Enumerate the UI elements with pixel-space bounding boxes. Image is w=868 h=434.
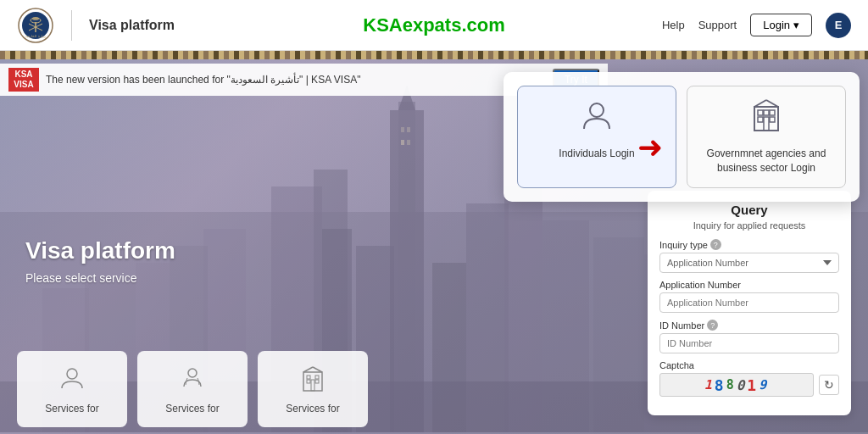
service-card-2[interactable]: Services for <box>258 351 368 427</box>
inquiry-type-group: Inquiry type ? Application Number <box>659 239 839 273</box>
svg-rect-48 <box>311 380 314 391</box>
query-panel: Query Inquiry for applied requests Inqui… <box>648 191 851 415</box>
hero-title: Visa platform <box>25 237 175 264</box>
captcha-refresh-button[interactable]: ↻ <box>819 375 839 395</box>
building-service-icon <box>299 364 326 398</box>
id-help-icon[interactable]: ? <box>707 320 718 331</box>
svg-rect-39 <box>770 110 775 115</box>
query-title: Query <box>659 203 839 217</box>
individuals-login-label: Individuals Login <box>559 147 634 161</box>
svg-rect-22 <box>401 140 404 145</box>
captcha-group: Captcha 1 8 8 0 1 9 ↻ <box>659 360 839 397</box>
chevron-down-icon: ▾ <box>793 19 799 31</box>
person-icon <box>580 98 614 140</box>
id-number-label: ID Number ? <box>659 320 839 331</box>
nav-right: Help Support Login ▾ E <box>662 13 851 38</box>
announcement-text: The new version has been launched for "ت… <box>46 74 546 86</box>
service-card-0[interactable]: Services for <box>17 351 127 427</box>
support-link[interactable]: Support <box>698 19 737 31</box>
svg-rect-36 <box>770 117 775 122</box>
building-icon <box>749 98 783 140</box>
svg-rect-23 <box>407 140 410 145</box>
svg-rect-47 <box>315 380 319 383</box>
captcha-row: 1 8 8 0 1 9 ↻ <box>659 373 839 397</box>
service-card-label-0: Services for <box>45 403 98 415</box>
inquiry-type-select[interactable]: Application Number <box>659 253 839 273</box>
svg-line-42 <box>766 100 778 107</box>
app-number-label: Application Number <box>659 280 839 290</box>
help-link[interactable]: Help <box>662 19 685 31</box>
svg-rect-50 <box>315 376 319 379</box>
service-card-1[interactable]: Services for <box>137 351 248 427</box>
svg-rect-38 <box>758 110 763 115</box>
government-login-option[interactable]: Governmnet agencies and business sector … <box>687 86 846 188</box>
platform-title: Visa platform <box>89 18 175 33</box>
svg-point-33 <box>590 103 604 117</box>
svg-rect-49 <box>307 376 310 379</box>
ksa-visa-badge: KSA VISA <box>8 68 39 92</box>
header: وزارة الخارجية Visa platform KSAexpats.c… <box>0 0 868 51</box>
user-avatar[interactable]: E <box>826 13 851 38</box>
inquiry-help-icon[interactable]: ? <box>710 239 721 250</box>
svg-rect-21 <box>407 127 410 132</box>
svg-rect-46 <box>307 380 310 383</box>
id-number-group: ID Number ? <box>659 320 839 353</box>
svg-rect-40 <box>764 110 769 115</box>
id-number-input[interactable] <box>659 333 839 353</box>
service-cards: Services for Services for <box>17 351 368 434</box>
captcha-image: 1 8 8 0 1 9 <box>659 373 814 397</box>
svg-rect-35 <box>758 117 763 122</box>
arrow-indicator: ➜ <box>637 130 663 165</box>
hero-subtitle: Please select service <box>25 271 175 285</box>
query-subtitle: Inquiry for applied requests <box>659 220 839 231</box>
svg-point-44 <box>188 369 197 377</box>
app-number-group: Application Number <box>659 280 839 313</box>
svg-point-29 <box>32 17 39 20</box>
login-button[interactable]: Login ▾ <box>750 14 812 36</box>
svg-rect-45 <box>303 372 322 391</box>
app-number-input[interactable] <box>659 292 839 313</box>
service-card-label-2: Services for <box>286 403 339 415</box>
svg-line-52 <box>313 367 322 372</box>
svg-line-41 <box>754 100 766 107</box>
ministry-logo: وزارة الخارجية <box>17 7 54 44</box>
login-popup: Individuals Login Governmnet agencies an… <box>504 72 860 202</box>
logo-divider <box>71 10 72 41</box>
hero-text: Visa platform Please select service <box>25 237 175 285</box>
svg-point-43 <box>67 369 77 379</box>
ksaexpats-label: KSAexpats.com <box>363 14 505 36</box>
svg-line-51 <box>303 367 313 372</box>
person-service2-icon <box>179 364 206 398</box>
svg-rect-20 <box>401 127 404 132</box>
logo-area: وزارة الخارجية Visa platform <box>17 7 175 44</box>
svg-rect-37 <box>764 117 769 131</box>
government-login-label: Governmnet agencies and business sector … <box>696 147 837 175</box>
decorative-border <box>0 51 868 59</box>
svg-text:وزارة الخارجية: وزارة الخارجية <box>25 34 45 38</box>
service-card-label-1: Services for <box>165 403 219 415</box>
captcha-label: Captcha <box>659 360 839 370</box>
inquiry-type-label: Inquiry type ? <box>659 239 839 250</box>
person-service-icon <box>58 364 86 398</box>
